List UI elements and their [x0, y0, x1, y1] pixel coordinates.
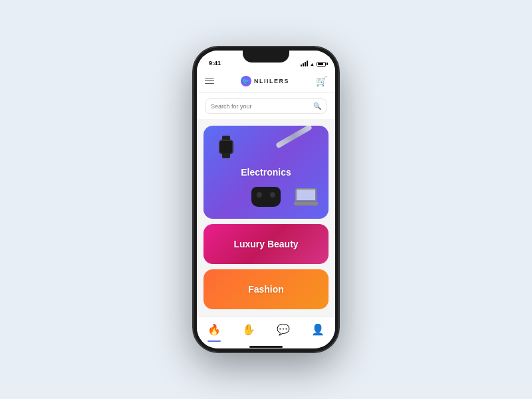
content-area: Electronics Luxury Beauty Fashion: [197, 119, 335, 317]
search-bar: 🔍: [197, 93, 335, 119]
status-time: 9:41: [206, 60, 221, 66]
search-input-wrap[interactable]: 🔍: [205, 98, 327, 114]
gesture-icon: ✋: [242, 323, 255, 336]
battery-icon: [317, 62, 326, 66]
nav-item-profile[interactable]: 👤: [301, 317, 335, 342]
watch-decoration: [217, 136, 235, 158]
status-icons: ▲: [301, 61, 326, 66]
nav-item-chat[interactable]: 💬: [266, 317, 301, 342]
notch: [243, 51, 289, 63]
signal-icon: [301, 61, 308, 66]
nav-item-gesture[interactable]: ✋: [231, 317, 266, 342]
wifi-icon: ▲: [310, 62, 315, 66]
profile-icon: 👤: [311, 323, 325, 336]
logo-area: 🐦 NLIILERS: [241, 76, 289, 86]
logo-icon: 🐦: [241, 76, 251, 86]
home-icon: 🔥: [207, 323, 221, 336]
category-card-electronics[interactable]: Electronics: [203, 126, 329, 219]
chat-icon: 💬: [277, 323, 290, 336]
bottom-nav: 🔥 ✋ 💬 👤: [197, 317, 335, 346]
gamepad-decoration: [251, 187, 281, 207]
home-indicator: [197, 346, 335, 348]
pen-decoration: [275, 126, 313, 148]
app-name: NLIILERS: [254, 78, 289, 84]
luxury-beauty-label: Luxury Beauty: [233, 239, 298, 249]
phone-outer: 9:41 ▲: [193, 47, 339, 352]
fashion-label: Fashion: [248, 284, 284, 295]
category-card-fashion[interactable]: Fashion: [203, 269, 329, 309]
nav-item-home[interactable]: 🔥: [197, 317, 231, 342]
laptop-decoration: [294, 188, 318, 205]
electronics-label: Electronics: [241, 167, 291, 178]
search-icon: 🔍: [313, 102, 321, 110]
phone-inner: 9:41 ▲: [197, 51, 335, 348]
navbar: 🐦 NLIILERS 🛒: [197, 69, 335, 93]
logo-bird-icon: 🐦: [242, 78, 249, 84]
hamburger-menu[interactable]: [205, 78, 214, 84]
category-card-luxury-beauty[interactable]: Luxury Beauty: [203, 224, 329, 264]
home-bar: [249, 346, 283, 348]
search-input[interactable]: [211, 103, 310, 110]
cart-icon[interactable]: 🛒: [316, 76, 327, 86]
